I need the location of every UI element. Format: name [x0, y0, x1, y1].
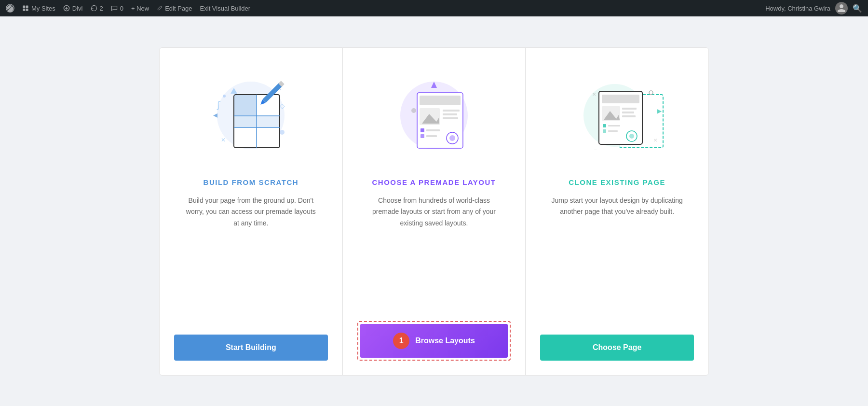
svg-text:◂: ◂	[213, 110, 217, 120]
svg-rect-51	[622, 112, 634, 113]
svg-rect-47	[602, 95, 639, 103]
comments-link[interactable]: 0	[111, 5, 123, 12]
svg-rect-52	[622, 115, 636, 117]
divi-link[interactable]: Divi	[63, 5, 83, 12]
main-content: ◇ ✕ •	[0, 16, 868, 406]
clone-title: CLONE EXISTING PAGE	[569, 178, 665, 186]
wp-logo[interactable]	[6, 4, 14, 13]
admin-bar-right: Howdy, Christina Gwira 🔍	[765, 2, 862, 14]
svg-point-27	[411, 108, 416, 113]
svg-rect-37	[443, 117, 458, 119]
svg-rect-35	[443, 110, 460, 112]
svg-rect-39	[426, 129, 440, 131]
cards-container: ◇ ✕ •	[159, 47, 709, 376]
revisions-link[interactable]: 2	[91, 5, 103, 12]
clone-page-card: ✕ ▶ ✕ − CLONE EXISTING PAGE Jump start y…	[525, 47, 709, 376]
admin-bar: My Sites Divi 2 0 + New Edit Page Exit V…	[0, 0, 868, 16]
svg-rect-56	[608, 130, 618, 132]
search-icon[interactable]: 🔍	[853, 4, 862, 13]
svg-text:✕: ✕	[653, 138, 657, 143]
layout-illustration: ✕ −	[376, 67, 492, 164]
svg-point-8	[280, 130, 285, 135]
svg-rect-18	[234, 116, 256, 127]
svg-rect-40	[420, 134, 424, 138]
scratch-illustration: ◇ ✕ •	[193, 67, 309, 164]
choose-page-button[interactable]: Choose Page	[540, 335, 694, 361]
svg-text:✕: ✕	[221, 137, 226, 143]
clone-button-area: Choose Page	[540, 325, 694, 375]
edit-page-link[interactable]: Edit Page	[157, 5, 192, 12]
svg-text:▶: ▶	[657, 108, 662, 114]
svg-rect-53	[603, 124, 606, 127]
scratch-button-area: Start Building	[174, 325, 328, 375]
svg-rect-1	[23, 5, 25, 8]
svg-rect-38	[420, 128, 424, 132]
premade-button-area: 1 Browse Layouts	[357, 311, 511, 375]
svg-text:✕: ✕	[592, 92, 596, 97]
user-greeting: Howdy, Christina Gwira	[765, 5, 830, 12]
browse-layouts-wrapper: 1 Browse Layouts	[357, 321, 511, 361]
svg-rect-4	[26, 9, 28, 11]
svg-text:ʃ: ʃ	[217, 99, 221, 110]
scratch-description: Build your page from the ground up. Don'…	[183, 195, 318, 325]
svg-text:−: −	[594, 147, 597, 153]
svg-rect-55	[603, 129, 606, 133]
svg-text:◇: ◇	[280, 102, 285, 110]
svg-rect-2	[26, 5, 28, 8]
avatar[interactable]	[835, 2, 848, 14]
premade-title: CHOOSE A PREMADE LAYOUT	[372, 178, 496, 186]
svg-point-59	[649, 91, 653, 95]
svg-rect-19	[257, 116, 279, 127]
svg-rect-41	[426, 135, 437, 137]
choose-premade-card: ✕ −	[343, 47, 526, 376]
svg-rect-36	[443, 113, 457, 115]
svg-point-58	[629, 134, 634, 139]
svg-point-43	[449, 135, 455, 141]
premade-description: Choose from hundreds of world-class prem…	[366, 195, 502, 311]
svg-rect-32	[420, 96, 461, 105]
svg-rect-3	[23, 9, 25, 11]
clone-description: Jump start your layout design by duplica…	[550, 195, 685, 325]
svg-rect-54	[608, 125, 620, 126]
svg-rect-17	[234, 95, 256, 115]
my-sites-link[interactable]: My Sites	[22, 5, 55, 12]
svg-rect-50	[622, 108, 637, 110]
browse-badge: 1	[393, 333, 409, 349]
new-link[interactable]: + New	[131, 5, 149, 12]
build-from-scratch-card: ◇ ✕ •	[159, 47, 343, 376]
svg-point-7	[223, 95, 226, 98]
clone-illustration: ✕ ▶ ✕ −	[559, 67, 675, 164]
browse-layouts-button[interactable]: 1 Browse Layouts	[360, 324, 508, 358]
scratch-title: BUILD FROM SCRATCH	[203, 178, 299, 186]
exit-builder-link[interactable]: Exit Visual Builder	[200, 5, 251, 12]
start-building-button[interactable]: Start Building	[174, 335, 328, 361]
